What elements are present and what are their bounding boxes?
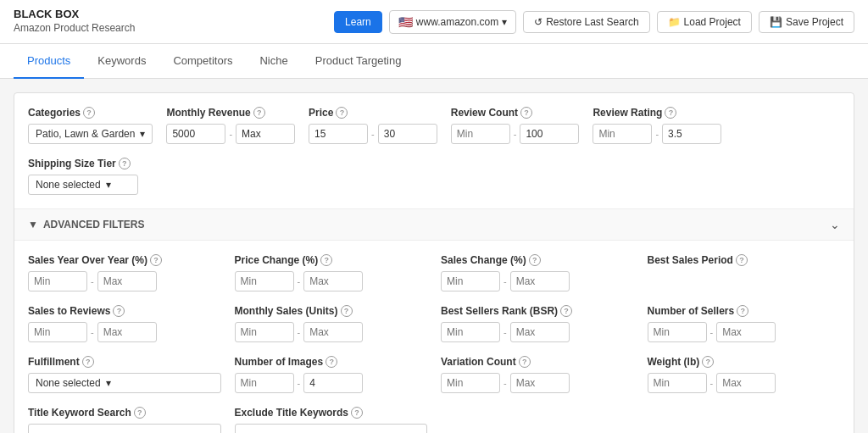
sales-to-reviews-help-icon[interactable]: ?	[113, 305, 125, 317]
amazon-domain-label: www.amazon.com	[416, 16, 498, 28]
title-keyword-input[interactable]	[28, 424, 221, 433]
price-help-icon[interactable]: ?	[336, 107, 348, 119]
review-count-inputs: -	[451, 124, 580, 144]
fulfillment-dropdown[interactable]: None selected ▾	[28, 373, 221, 393]
categories-value: Patio, Lawn & Garden	[36, 128, 135, 140]
categories-label: Categories ?	[28, 107, 153, 119]
flag-icon: 🇺🇸	[398, 15, 413, 29]
shipping-size-label: Shipping Size Tier ?	[28, 158, 138, 169]
shipping-size-help-icon[interactable]: ?	[119, 158, 131, 169]
chevron-down-icon: ▾	[140, 128, 145, 140]
exclude-keywords-input[interactable]	[235, 424, 428, 433]
weight-max[interactable]	[716, 373, 776, 393]
tab-niche[interactable]: Niche	[246, 44, 301, 79]
tab-competitors[interactable]: Competitors	[159, 44, 246, 79]
bsr-min[interactable]	[441, 322, 500, 342]
sales-to-reviews-filter: Sales to Reviews ? -	[28, 305, 221, 342]
monthly-sales-help-icon[interactable]: ?	[341, 305, 353, 317]
empty-col-3	[441, 407, 634, 433]
categories-dropdown[interactable]: Patio, Lawn & Garden ▾	[28, 124, 153, 144]
review-count-min[interactable]	[451, 124, 510, 144]
review-rating-help-icon[interactable]: ?	[665, 107, 676, 119]
num-sellers-help-icon[interactable]: ?	[737, 305, 748, 317]
weight-min[interactable]	[648, 373, 707, 393]
sales-yoy-help-icon[interactable]: ?	[150, 254, 162, 266]
price-change-min[interactable]	[235, 271, 294, 291]
price-change-help-icon[interactable]: ?	[320, 254, 332, 266]
review-rating-inputs: -	[593, 124, 721, 144]
sales-change-filter: Sales Change (%) ? -	[441, 254, 634, 291]
sales-yoy-min[interactable]	[28, 271, 87, 291]
load-project-button[interactable]: 📁 Load Project	[657, 11, 752, 33]
tab-product-targeting[interactable]: Product Targeting	[302, 44, 415, 79]
filter-icon: ▼	[28, 219, 38, 230]
weight-help-icon[interactable]: ?	[702, 356, 714, 368]
fulfillment-filter: Fulfillment ? None selected ▾	[28, 356, 221, 393]
sales-yoy-max[interactable]	[97, 271, 157, 291]
monthly-revenue-filter: Monthly Revenue ? -	[166, 107, 295, 144]
review-rating-filter: Review Rating ? -	[593, 107, 721, 144]
sales-change-help-icon[interactable]: ?	[529, 254, 541, 266]
num-images-filter: Number of Images ? -	[235, 356, 428, 393]
advanced-row-1: Sales Year Over Year (%) ? - Price Chang…	[28, 254, 840, 291]
best-sales-help-icon[interactable]: ?	[736, 254, 748, 266]
chevron-down-icon: ▾	[106, 377, 111, 389]
bsr-max[interactable]	[510, 322, 570, 342]
review-rating-sep: -	[655, 129, 659, 139]
restore-search-button[interactable]: ↺ Restore Last Search	[523, 11, 649, 33]
shipping-size-filter: Shipping Size Tier ? None selected ▾	[28, 158, 138, 195]
price-min[interactable]	[309, 124, 368, 144]
review-count-label: Review Count ?	[451, 107, 580, 119]
brand-section: BLACK BOX Amazon Product Research	[14, 8, 135, 35]
num-sellers-filter: Number of Sellers ? -	[648, 305, 841, 342]
price-max[interactable]	[378, 124, 437, 144]
price-change-filter: Price Change (%) ? -	[235, 254, 428, 291]
exclude-keywords-help-icon[interactable]: ?	[351, 407, 363, 419]
variation-count-help-icon[interactable]: ?	[519, 356, 531, 368]
sales-change-min[interactable]	[441, 271, 500, 291]
categories-help-icon[interactable]: ?	[83, 107, 95, 119]
bsr-filter: Best Sellers Rank (BSR) ? -	[441, 305, 634, 342]
review-rating-min[interactable]	[593, 124, 652, 144]
bsr-help-icon[interactable]: ?	[560, 305, 572, 317]
num-images-min[interactable]	[235, 373, 294, 393]
variation-count-max[interactable]	[510, 373, 570, 393]
collapse-icon: ⌄	[830, 218, 840, 231]
price-filter: Price ? -	[309, 107, 437, 144]
sales-to-reviews-min[interactable]	[28, 322, 87, 342]
review-count-help-icon[interactable]: ?	[520, 107, 532, 119]
sales-to-reviews-max[interactable]	[97, 322, 157, 342]
variation-count-min[interactable]	[441, 373, 500, 393]
sales-change-max[interactable]	[510, 271, 570, 291]
tab-products[interactable]: Products	[14, 44, 84, 79]
monthly-revenue-max[interactable]	[236, 124, 295, 144]
fulfillment-help-icon[interactable]: ?	[82, 356, 94, 368]
amazon-domain-dropdown[interactable]: 🇺🇸 www.amazon.com ▾	[389, 10, 516, 34]
advanced-filters-title: ▼ ADVANCED FILTERS	[28, 219, 144, 230]
fulfillment-value: None selected	[36, 377, 101, 389]
num-sellers-min[interactable]	[648, 322, 707, 342]
variation-count-filter: Variation Count ? -	[441, 356, 634, 393]
advanced-filters-header[interactable]: ▼ ADVANCED FILTERS ⌄	[14, 209, 854, 241]
monthly-sales-min[interactable]	[235, 322, 294, 342]
save-icon: 💾	[770, 16, 782, 28]
price-change-max[interactable]	[303, 271, 363, 291]
monthly-revenue-min[interactable]	[166, 124, 225, 144]
filter-card: Categories ? Patio, Lawn & Garden ▾ Mont…	[14, 92, 854, 433]
monthly-revenue-label: Monthly Revenue ?	[166, 107, 295, 119]
monthly-revenue-inputs: -	[166, 124, 295, 144]
num-sellers-max[interactable]	[716, 322, 776, 342]
monthly-revenue-help-icon[interactable]: ?	[253, 107, 265, 119]
review-count-max[interactable]	[520, 124, 579, 144]
shipping-size-dropdown[interactable]: None selected ▾	[28, 175, 138, 195]
restore-icon: ↺	[534, 16, 542, 28]
monthly-sales-max[interactable]	[303, 322, 363, 342]
save-project-button[interactable]: 💾 Save Project	[759, 11, 854, 33]
num-images-max[interactable]	[303, 373, 363, 393]
weight-filter: Weight (lb) ? -	[648, 356, 841, 393]
learn-button[interactable]: Learn	[334, 11, 382, 33]
tab-keywords[interactable]: Keywords	[84, 44, 159, 79]
num-images-help-icon[interactable]: ?	[326, 356, 337, 368]
review-rating-max[interactable]	[662, 124, 721, 144]
title-keyword-help-icon[interactable]: ?	[134, 407, 146, 419]
